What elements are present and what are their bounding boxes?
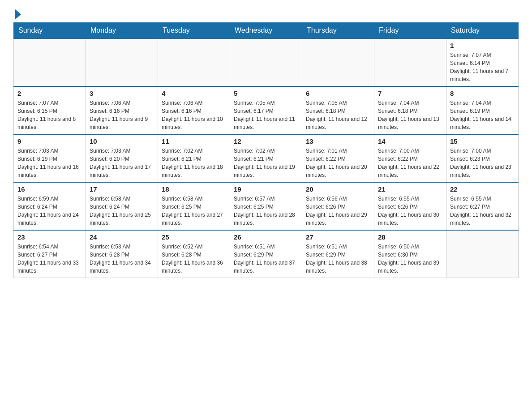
day-info: Sunrise: 7:00 AMSunset: 6:23 PMDaylight:… [450, 147, 515, 179]
day-number: 28 [378, 233, 442, 241]
calendar-table: SundayMondayTuesdayWednesdayThursdayFrid… [13, 22, 519, 278]
day-info: Sunrise: 6:55 AMSunset: 6:26 PMDaylight:… [378, 195, 442, 227]
calendar-day-cell: 18Sunrise: 6:58 AMSunset: 6:25 PMDayligh… [158, 182, 230, 230]
calendar-day-cell: 16Sunrise: 6:59 AMSunset: 6:24 PMDayligh… [14, 182, 86, 230]
day-info: Sunrise: 6:55 AMSunset: 6:27 PMDaylight:… [450, 195, 515, 227]
logo [13, 9, 21, 18]
calendar-day-header: Saturday [446, 23, 519, 39]
page-header [13, 9, 519, 18]
day-info: Sunrise: 7:04 AMSunset: 6:18 PMDaylight:… [378, 99, 442, 131]
calendar-day-cell [158, 39, 230, 86]
day-info: Sunrise: 7:02 AMSunset: 6:21 PMDaylight:… [162, 147, 226, 179]
calendar-week-row: 16Sunrise: 6:59 AMSunset: 6:24 PMDayligh… [14, 182, 519, 230]
day-info: Sunrise: 6:58 AMSunset: 6:24 PMDaylight:… [90, 195, 154, 227]
day-number: 8 [450, 90, 515, 97]
day-number: 20 [306, 185, 370, 193]
calendar-day-cell: 15Sunrise: 7:00 AMSunset: 6:23 PMDayligh… [446, 134, 519, 182]
day-info: Sunrise: 6:50 AMSunset: 6:30 PMDaylight:… [378, 243, 442, 275]
day-number: 22 [450, 185, 515, 193]
calendar-week-row: 9Sunrise: 7:03 AMSunset: 6:19 PMDaylight… [14, 134, 519, 182]
day-number: 19 [234, 185, 298, 193]
calendar-day-header: Tuesday [158, 23, 230, 39]
day-info: Sunrise: 7:07 AMSunset: 6:14 PMDaylight:… [450, 51, 515, 83]
logo-triangle-icon [15, 9, 21, 20]
calendar-day-cell [86, 39, 158, 86]
day-number: 17 [90, 185, 154, 193]
calendar-day-cell: 25Sunrise: 6:52 AMSunset: 6:28 PMDayligh… [158, 230, 230, 278]
calendar-day-cell: 14Sunrise: 7:00 AMSunset: 6:22 PMDayligh… [374, 134, 446, 182]
day-info: Sunrise: 7:05 AMSunset: 6:17 PMDaylight:… [234, 99, 298, 131]
day-info: Sunrise: 6:57 AMSunset: 6:25 PMDaylight:… [234, 195, 298, 227]
day-info: Sunrise: 6:56 AMSunset: 6:26 PMDaylight:… [306, 195, 370, 227]
calendar-day-cell: 3Sunrise: 7:06 AMSunset: 6:16 PMDaylight… [86, 86, 158, 134]
calendar-day-cell: 6Sunrise: 7:05 AMSunset: 6:18 PMDaylight… [302, 86, 374, 134]
day-info: Sunrise: 7:07 AMSunset: 6:15 PMDaylight:… [17, 99, 82, 131]
day-info: Sunrise: 6:53 AMSunset: 6:28 PMDaylight:… [90, 243, 154, 275]
calendar-day-cell: 12Sunrise: 7:02 AMSunset: 6:21 PMDayligh… [230, 134, 302, 182]
day-number: 9 [17, 137, 82, 145]
calendar-day-cell [14, 39, 86, 86]
day-info: Sunrise: 7:05 AMSunset: 6:18 PMDaylight:… [306, 99, 370, 131]
calendar-day-cell: 9Sunrise: 7:03 AMSunset: 6:19 PMDaylight… [14, 134, 86, 182]
calendar-day-cell: 27Sunrise: 6:51 AMSunset: 6:29 PMDayligh… [302, 230, 374, 278]
calendar-day-header: Friday [374, 23, 446, 39]
day-number: 5 [234, 90, 298, 97]
day-info: Sunrise: 6:51 AMSunset: 6:29 PMDaylight:… [234, 243, 298, 275]
day-number: 6 [306, 90, 370, 97]
calendar-day-cell: 23Sunrise: 6:54 AMSunset: 6:27 PMDayligh… [14, 230, 86, 278]
calendar-day-header: Wednesday [230, 23, 302, 39]
day-number: 13 [306, 137, 370, 145]
calendar-week-row: 2Sunrise: 7:07 AMSunset: 6:15 PMDaylight… [14, 86, 519, 134]
day-info: Sunrise: 7:03 AMSunset: 6:20 PMDaylight:… [90, 147, 154, 179]
day-info: Sunrise: 7:06 AMSunset: 6:16 PMDaylight:… [162, 99, 226, 131]
calendar-day-header: Sunday [14, 23, 86, 39]
day-info: Sunrise: 7:01 AMSunset: 6:22 PMDaylight:… [306, 147, 370, 179]
day-number: 1 [450, 42, 515, 49]
calendar-day-header: Monday [86, 23, 158, 39]
day-number: 10 [90, 137, 154, 145]
day-info: Sunrise: 7:00 AMSunset: 6:22 PMDaylight:… [378, 147, 442, 179]
day-number: 18 [162, 185, 226, 193]
calendar-day-cell: 4Sunrise: 7:06 AMSunset: 6:16 PMDaylight… [158, 86, 230, 134]
calendar-day-cell: 10Sunrise: 7:03 AMSunset: 6:20 PMDayligh… [86, 134, 158, 182]
day-info: Sunrise: 7:03 AMSunset: 6:19 PMDaylight:… [17, 147, 82, 179]
day-info: Sunrise: 6:59 AMSunset: 6:24 PMDaylight:… [17, 195, 82, 227]
calendar-day-cell: 5Sunrise: 7:05 AMSunset: 6:17 PMDaylight… [230, 86, 302, 134]
calendar-day-cell: 24Sunrise: 6:53 AMSunset: 6:28 PMDayligh… [86, 230, 158, 278]
calendar-day-cell: 28Sunrise: 6:50 AMSunset: 6:30 PMDayligh… [374, 230, 446, 278]
day-number: 26 [234, 233, 298, 241]
calendar-day-header: Thursday [302, 23, 374, 39]
day-info: Sunrise: 6:52 AMSunset: 6:28 PMDaylight:… [162, 243, 226, 275]
calendar-day-cell: 8Sunrise: 7:04 AMSunset: 6:19 PMDaylight… [446, 86, 519, 134]
day-number: 12 [234, 137, 298, 145]
calendar-day-cell: 7Sunrise: 7:04 AMSunset: 6:18 PMDaylight… [374, 86, 446, 134]
calendar-week-row: 1Sunrise: 7:07 AMSunset: 6:14 PMDaylight… [14, 39, 519, 86]
calendar-day-cell [374, 39, 446, 86]
calendar-week-row: 23Sunrise: 6:54 AMSunset: 6:27 PMDayligh… [14, 230, 519, 278]
day-number: 2 [17, 90, 82, 97]
calendar-day-cell [302, 39, 374, 86]
calendar-header-row: SundayMondayTuesdayWednesdayThursdayFrid… [14, 23, 519, 39]
day-number: 24 [90, 233, 154, 241]
day-info: Sunrise: 7:06 AMSunset: 6:16 PMDaylight:… [90, 99, 154, 131]
day-number: 11 [162, 137, 226, 145]
day-info: Sunrise: 7:04 AMSunset: 6:19 PMDaylight:… [450, 99, 515, 131]
calendar-day-cell: 21Sunrise: 6:55 AMSunset: 6:26 PMDayligh… [374, 182, 446, 230]
calendar-day-cell [446, 230, 519, 278]
day-number: 25 [162, 233, 226, 241]
day-number: 23 [17, 233, 82, 241]
calendar-day-cell: 13Sunrise: 7:01 AMSunset: 6:22 PMDayligh… [302, 134, 374, 182]
calendar-day-cell: 17Sunrise: 6:58 AMSunset: 6:24 PMDayligh… [86, 182, 158, 230]
calendar-day-cell: 22Sunrise: 6:55 AMSunset: 6:27 PMDayligh… [446, 182, 519, 230]
day-info: Sunrise: 6:51 AMSunset: 6:29 PMDaylight:… [306, 243, 370, 275]
calendar-day-cell: 20Sunrise: 6:56 AMSunset: 6:26 PMDayligh… [302, 182, 374, 230]
day-number: 7 [378, 90, 442, 97]
calendar-day-cell: 11Sunrise: 7:02 AMSunset: 6:21 PMDayligh… [158, 134, 230, 182]
calendar-day-cell: 1Sunrise: 7:07 AMSunset: 6:14 PMDaylight… [446, 39, 519, 86]
day-number: 27 [306, 233, 370, 241]
day-number: 21 [378, 185, 442, 193]
calendar-day-cell [230, 39, 302, 86]
day-info: Sunrise: 6:58 AMSunset: 6:25 PMDaylight:… [162, 195, 226, 227]
day-number: 3 [90, 90, 154, 97]
day-number: 15 [450, 137, 515, 145]
